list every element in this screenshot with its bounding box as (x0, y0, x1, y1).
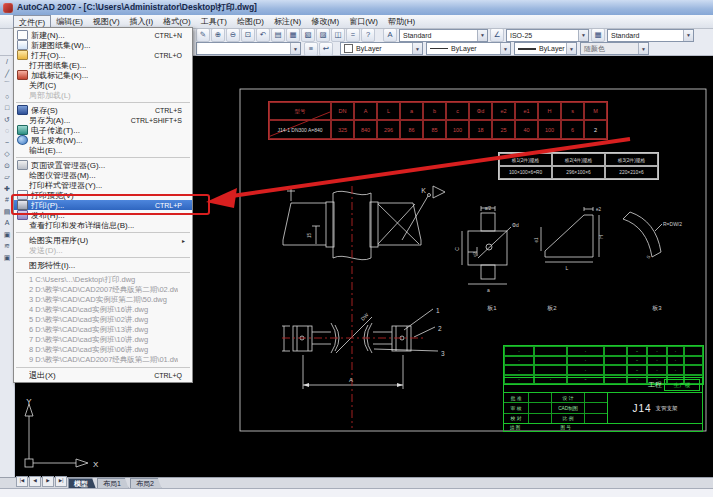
recent-file-1[interactable]: 1 C:\Users\...\Desktop\打印.dwg (14, 275, 192, 285)
menu-item-send[interactable]: 发送(D)... (14, 245, 192, 255)
help-icon[interactable]: ? (361, 28, 375, 42)
menu-item-new-sheetset[interactable]: 新建图纸集(W)... (14, 40, 192, 50)
tool-palettes-icon[interactable]: ▧ (301, 28, 315, 42)
param-table-header: L (377, 102, 400, 120)
properties-icon[interactable]: ▤ (271, 28, 285, 42)
color-combo[interactable]: ByLayer ▼ (340, 42, 423, 55)
menu-item-plotter-manager[interactable]: 绘图仪管理器(M)... (14, 170, 192, 180)
param-table-value: 840 (354, 120, 377, 139)
make-layer-current-icon[interactable]: ≡ (304, 42, 318, 56)
recent-file-2[interactable]: 2 D:\教学\CAD\CAD2007经典版第二期\02.dwg (14, 285, 192, 295)
menu-item-new[interactable]: 新建(N)... CTRL+N (14, 30, 192, 40)
chevron-down-icon[interactable]: ▼ (500, 43, 510, 54)
draw-tool-icon[interactable]: # (5, 196, 9, 204)
menu-item-icon (17, 276, 26, 284)
designcenter-icon[interactable]: ▦ (286, 28, 300, 42)
chevron-down-icon[interactable]: ▼ (290, 43, 300, 54)
menu-window[interactable]: 窗口(W) (344, 15, 383, 28)
linetype-combo[interactable]: ByLayer ▼ (426, 42, 511, 55)
draw-tool-icon[interactable]: ≋ (4, 242, 10, 250)
title-block-label: 批 准 (504, 393, 529, 402)
menu-item-open-sheetset[interactable]: 打开图纸集(E)... (14, 60, 192, 70)
menu-tools[interactable]: 工具(T) (196, 15, 232, 28)
text-style-combo[interactable]: Standard ▼ (399, 29, 488, 42)
chevron-down-icon[interactable]: ▼ (412, 43, 422, 54)
layer-previous-icon[interactable]: ↩ (319, 42, 333, 56)
tab-nav-button[interactable]: |◀ (16, 476, 28, 487)
zoom-previous-icon[interactable]: ↶ (256, 28, 270, 42)
menu-dimension[interactable]: 标注(N) (269, 15, 306, 28)
menu-item-exit[interactable]: 退出(X) CTRL+Q (14, 370, 192, 380)
title-block-value (529, 414, 552, 423)
draw-tool-icon[interactable]: ▱ (4, 173, 9, 181)
menu-item-etransmit[interactable]: 电子传递(T)... (14, 125, 192, 135)
menu-draw[interactable]: 绘图(D) (232, 15, 269, 28)
menu-item-export[interactable]: 输出(E)... (14, 145, 192, 155)
draw-tool-icon[interactable]: ╱ (5, 70, 9, 78)
recent-file-6[interactable]: 6 D:\教学\CAD\cad实例班\13讲.dwg (14, 325, 192, 335)
tab-nav-button[interactable]: ◀ (29, 476, 41, 487)
chevron-down-icon[interactable]: ▼ (638, 43, 648, 54)
recent-file-8[interactable]: 8 D:\教学\CAD\cad实例班\06讲.dwg (14, 345, 192, 355)
menu-item-icon (17, 221, 26, 229)
tab-nav-button[interactable]: ▶| (55, 476, 67, 487)
menu-item-plot-style-manager[interactable]: 打印样式管理器(Y)... (14, 180, 192, 190)
menu-item-icon (17, 125, 28, 135)
draw-tool-icon[interactable]: ↺ (4, 116, 10, 124)
chevron-down-icon[interactable]: ▼ (683, 30, 693, 41)
sheetset-manager-icon[interactable]: ▨ (316, 28, 330, 42)
draw-tool-icon[interactable]: ◌ (5, 127, 9, 135)
markup-set-manager-icon[interactable]: ◫ (331, 28, 345, 42)
chevron-down-icon[interactable]: ▼ (477, 30, 487, 41)
draw-tool-icon[interactable]: ◇ (4, 150, 9, 158)
command-line[interactable] (0, 488, 713, 497)
menu-item-plot-details[interactable]: 查看打印和发布详细信息(B)... (14, 220, 192, 230)
menu-item-load-markup[interactable]: 加载标记集(K)... (14, 70, 192, 80)
layer-combo[interactable]: ▼ (196, 42, 301, 55)
recent-file-5[interactable]: 5 D:\教学\CAD\cad实例班\02讲.dwg (14, 315, 192, 325)
menu-help[interactable]: 帮助(H) (383, 15, 420, 28)
chevron-down-icon[interactable]: ▼ (566, 43, 576, 54)
menu-item-publish-web[interactable]: 网上发布(W)... (14, 135, 192, 145)
chevron-down-icon[interactable]: ▼ (578, 30, 588, 41)
tab-nav-button[interactable]: ▶ (42, 476, 54, 487)
menu-item-plot-preview[interactable]: 打印预览(V) (14, 190, 192, 200)
menu-item-page-setup-manager[interactable]: 页面设置管理器(G)... (14, 160, 192, 170)
bom-cell (604, 356, 627, 366)
title-bar[interactable]: AutoCAD 2007 - [C:\Users\Administrator\D… (0, 0, 713, 16)
menu-item-plot[interactable]: 打印(P)... CTRL+P (14, 200, 192, 210)
menu-item-open[interactable]: 打开(O)... CTRL+O (14, 50, 192, 60)
menu-item-drawing-properties[interactable]: 图形特性(I)... (14, 260, 192, 270)
recent-file-3[interactable]: 3 D:\教学\CAD\CAD实例班第二期\50.dwg (14, 295, 192, 305)
recent-file-9[interactable]: 9 D:\教学\CAD\CAD2007经典版第二期\01.dwg (14, 355, 192, 365)
menu-modify[interactable]: 修改(M) (306, 15, 344, 28)
quickcalc-icon[interactable]: = (346, 28, 360, 42)
zoom-out-icon[interactable]: ⊖ (226, 28, 240, 42)
menu-item-close[interactable]: 关闭(C) (14, 80, 192, 90)
dim-style-combo[interactable]: ISO-25 ▼ (506, 29, 589, 42)
menu-item-drawing-utilities[interactable]: 绘图实用程序(U) (14, 235, 192, 245)
draw-tool-icon[interactable]: ▣ (4, 254, 11, 262)
recent-file-7[interactable]: 7 D:\教学\CAD\cad实例班\10讲.dwg (14, 335, 192, 345)
menu-item-publish[interactable]: 发布(H)... (14, 210, 192, 220)
plot-style-combo[interactable]: 随颜色 ▼ (580, 42, 649, 55)
table-style-combo[interactable]: Standard ▼ (607, 29, 694, 42)
draw-tool-icon[interactable]: ~ (5, 139, 9, 147)
markup-icon[interactable]: ✎ (196, 28, 210, 42)
zoom-window-icon[interactable]: ⊡ (241, 28, 255, 42)
draw-tool-icon[interactable]: □ (5, 104, 9, 112)
draw-tool-icon[interactable]: ✚ (4, 185, 10, 193)
draw-tool-icon[interactable]: ⌒ (4, 81, 11, 89)
draw-tool-icon[interactable]: ▣ (4, 231, 11, 239)
draw-tool-icon[interactable]: ▤ (4, 208, 11, 216)
menu-item-save[interactable]: 保存(S) CTRL+S (14, 105, 192, 115)
zoom-realtime-icon[interactable]: ⊕ (211, 28, 225, 42)
recent-file-4[interactable]: 4 D:\教学\CAD\cad实例班\16讲.dwg (14, 305, 192, 315)
draw-tool-icon[interactable]: ○ (5, 93, 9, 101)
draw-tool-icon[interactable]: / (6, 58, 8, 66)
draw-tool-icon[interactable]: ⊙ (4, 162, 10, 170)
menu-item-save-as[interactable]: 另存为(A)... CTRL+SHIFT+S (14, 115, 192, 125)
lineweight-combo[interactable]: ByLayer ▼ (514, 42, 577, 55)
menu-item-partial-load[interactable]: 局部加载(L) (14, 90, 192, 100)
draw-tool-icon[interactable]: A (5, 219, 10, 227)
